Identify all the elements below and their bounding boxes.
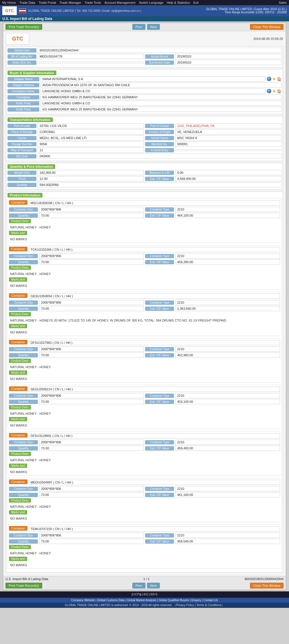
nav-accountmgmt[interactable]: Account Management <box>105 1 136 4</box>
shipper-name-label: Shipper Name <box>8 77 39 81</box>
product-desc-label: Product Desc <box>9 265 31 270</box>
sub-nav-left: GTC GLOBAL TRADE ONLINE LIMITED ( Tel: 4… <box>2 6 141 15</box>
container-size-label: Container Size <box>9 487 38 491</box>
port-load-label: Port of Load <box>8 124 36 128</box>
consignee-search-icon[interactable]: 🔍 <box>267 89 271 93</box>
notify-party-1-row: Notify Party LANGNESE HONIG GMBH & CO <box>8 101 281 106</box>
shipper-address-value: AVDA PROVIDENCIA NO 2370 OF 34 SANTIAGO … <box>40 82 281 88</box>
container-size-value: 2000*806*806 <box>39 486 144 491</box>
footer-link-enquiry[interactable]: Enquiry <box>191 599 201 602</box>
container-id-row: Container SEGU2936214 ( CN / L / HH ) <box>9 386 280 392</box>
footer-link-buyers[interactable]: Global Qualified Buyers <box>159 599 189 602</box>
container-qty-value: 73.00 <box>39 539 144 544</box>
flag-icon <box>19 8 26 13</box>
manifest-value: 000001 <box>175 141 281 147</box>
container-cif-value: 453,100.00 <box>175 399 280 404</box>
global-data-label: Global Data <box>8 48 36 53</box>
place-receipt-row: Place of Receipt CORONEL Country of Orig… <box>8 129 281 134</box>
in-bond-label: In-bond Entry <box>145 148 174 152</box>
nav-tradeportal[interactable]: Trade Portal <box>39 1 56 4</box>
footer-link-contact[interactable]: Contact Us <box>203 599 218 602</box>
container-cif-value: 459,400.00 <box>175 446 280 451</box>
footer-link-company[interactable]: Company Website <box>71 599 95 602</box>
mater-bol-label: Mater BOL No. <box>8 60 36 65</box>
container-qty-row: Quantity 73.00 Estl. CIF Value 452,960.0… <box>9 353 280 358</box>
marks-text: NO MARKS <box>9 330 280 335</box>
container-id-value: GESU1050654 ( CN / L / HH ) <box>29 294 280 299</box>
container-id-value: TEMU3747150 ( CN / L / HH ) <box>29 526 280 532</box>
marks-text: NO MARKS <box>9 283 280 288</box>
print-button-bottom[interactable]: Print Trade Record(s) <box>5 583 42 588</box>
container-cif-label: Estl. CIF Value <box>145 353 174 357</box>
in-bond-value <box>175 149 281 151</box>
subscription-info: GLOBAL TRADE ONLINE LIMITED ( Expire Aft… <box>206 8 287 14</box>
container-type-value: 2210 <box>175 346 280 352</box>
main-window: Print Trade Record(s) Prev Next Close Th… <box>3 23 286 590</box>
close-button[interactable]: Close This Window <box>250 24 284 30</box>
prev-button[interactable]: Prev <box>132 24 145 30</box>
nav-myhome[interactable]: My Home <box>2 1 16 4</box>
marks-text: NO MARKS <box>9 237 280 241</box>
container-block-2: Container GESU1050654 ( CN / L / HH ) Co… <box>8 292 281 336</box>
container-qty-value: 73.00 <box>39 259 144 265</box>
consignee-value: KG HAMMOORER WEG 25 BARGTEHEIDE SH 22941… <box>40 95 281 100</box>
container-type-value: 2210 <box>175 253 280 259</box>
doc-footer-page: 1 / 1 <box>143 577 149 581</box>
marks-text: NO MARKS <box>9 423 280 428</box>
global-data-row: Global Data 6003201903120000442944 <box>8 48 281 53</box>
container-size-row: Container Size 2000*806*806 Container Ty… <box>9 533 280 538</box>
marks-and-label: Marks and <box>9 557 27 561</box>
expire-info: GLOBAL TRADE ONLINE LIMITED ( Expire Aft… <box>206 8 287 11</box>
container-qty-label: Quantity <box>9 307 38 311</box>
container-type-value: 2210 <box>175 300 280 305</box>
footer-links: Company Website | Global Customs Data | … <box>0 598 289 603</box>
container-qty-value: 73.00 <box>39 492 144 497</box>
port-load-value: 33700, LOS VILOS <box>38 123 144 128</box>
container-type-value: 2210 <box>175 486 280 491</box>
container-qty-value: 73.00 <box>39 306 144 311</box>
product-desc-text: NATURAL HONEY - HONEY <box>9 411 280 416</box>
marks-and-label: Marks and <box>9 231 27 235</box>
nav-trademanager[interactable]: Trade Manager <box>60 1 81 4</box>
search-icon[interactable]: 🔍 <box>267 77 271 81</box>
container-id-label: Container <box>9 526 27 531</box>
nav-exit[interactable]: Exit <box>193 1 199 4</box>
close-button-bottom[interactable]: Close This Window <box>250 583 284 588</box>
notify-party-2-value: KG HAMMOORER WEG 25 BARGTEHEIDE SH 22941… <box>40 107 281 112</box>
container-id-value: DFSU3129891 ( CN / L / HH ) <box>29 433 280 438</box>
print-button[interactable]: Print Trade Record(s) <box>5 24 42 30</box>
notify-party-2-row: Notify Party KG HAMMOORER WEG 25 BARGTEH… <box>8 107 281 112</box>
container-block-6: Container MEDU2504997 ( CN / L / HH ) Co… <box>8 478 281 522</box>
footer-link-customs[interactable]: Global Customs Data <box>97 599 125 602</box>
next-button-bottom[interactable]: Next <box>147 583 160 588</box>
nav-tradetools[interactable]: Trade Tools <box>85 1 101 4</box>
container-id-label: Container <box>9 386 27 391</box>
home-icon[interactable]: 🏠 <box>277 77 281 81</box>
nav-tradedata[interactable]: Trade Data <box>19 1 35 4</box>
container-qty-row: Quantity 73.00 Estl. CIF Value 453,100.0… <box>9 399 280 404</box>
star-icon[interactable]: ★ <box>272 77 276 81</box>
footer-link-market[interactable]: Global Market Analysis <box>127 599 156 602</box>
container-id-value: TCKU2332366 ( CN / L / HH ) <box>29 247 280 252</box>
container-size-value: 2000*806*806 <box>39 533 144 538</box>
next-button[interactable]: Next <box>147 24 160 30</box>
quantity-value: 584.00(DRM) <box>38 182 281 187</box>
container-size-label: Container Size <box>9 207 38 212</box>
port-unload-label: Port of Unload <box>145 124 174 128</box>
shipper-address-row: Shipper Address AVDA PROVIDENCIA NO 2370… <box>8 82 281 88</box>
container-block-4: Container SEGU2936214 ( CN / L / HH ) Co… <box>8 385 281 429</box>
prev-button-bottom[interactable]: Prev <box>132 583 145 588</box>
product-desc-text: NATURAL HONEY - HONEY <box>9 551 280 556</box>
container-cif-label: Estl. CIF Value <box>145 539 174 544</box>
product-desc-text: NATURAL HONEY - HONEY <box>9 272 280 276</box>
company-contact: GLOBAL TRADE ONLINE LIMITED ( Tel: 400-7… <box>28 9 141 12</box>
container-qty-label: Quantity <box>9 493 38 497</box>
nav-help[interactable]: Help & Statistics <box>167 1 190 4</box>
doc-footer-id: 6003201903120000442944 <box>244 577 284 581</box>
container-size-label: Container Size <box>9 300 38 305</box>
product-desc-text: NATURAL HONEY - HONEY <box>9 504 280 509</box>
consignee-star-icon[interactable]: ★ <box>272 89 276 93</box>
manifest-label: Manifest No. <box>145 142 174 146</box>
consignee-home-icon[interactable]: 🏠 <box>277 89 281 93</box>
nav-switchlang[interactable]: Switch Language <box>139 1 163 4</box>
